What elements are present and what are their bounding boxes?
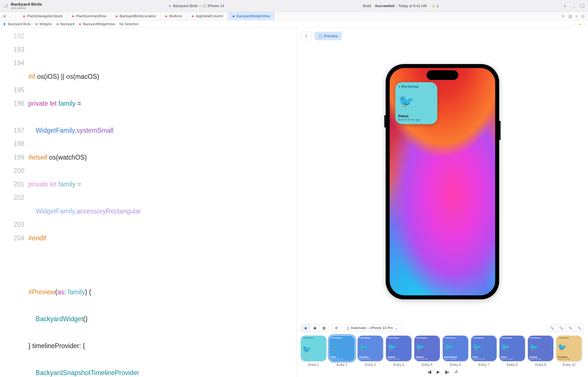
branch-name: wnix-demo [11,7,42,10]
device-selector[interactable]: ▯ Automatic – iPhone 14 Pro ⌄ [344,324,401,332]
canvas-toolbar: ◉ ▣ ▦ ⚙ ▯ Automatic – iPhone 14 Pro ⌄ 🔍 … [297,323,588,333]
jump-1[interactable]: Widgets [39,22,52,26]
target-icon: ◧ [3,22,6,26]
selectable-button[interactable]: ▣ [310,325,319,331]
swift-file-icon: ◆ [72,14,74,18]
timeline-entry[interactable]: ✦Bird Springs●🐦PetrelArrived 4 min agoEn… [329,336,355,367]
jump-next-icon[interactable]: › [583,22,585,26]
tab-bar: ⊞ ‹ › ◆PlantsNavigationStack◆PlantSummar… [0,12,588,20]
tab-BackyardWidgetView[interactable]: ◆BackyardWidgetView [228,12,275,20]
swift-file-icon: ◆ [116,14,118,18]
branch-icon[interactable]: ⎇ [3,4,8,8]
swift-file-icon: ◆ [165,14,167,18]
project-block[interactable]: Backyard Birds wnix-demo [11,2,42,10]
code-content[interactable]: #if os(iOS) || os(macOS) private let fam… [28,29,297,377]
tab-BackyardBirdsLocation[interactable]: ◆BackyardBirdsLocation [111,12,161,20]
zoom-out-button[interactable]: 🔍 [547,325,556,331]
jump-bar[interactable]: ◧ Backyard Birds › ▦ Widgets › ▦ Backyar… [0,20,588,28]
live-button[interactable]: ◉ [301,325,310,331]
widget-subtitle: Arrived 4 min ago [398,118,434,121]
reviews-icon[interactable]: ⊟ [581,14,585,18]
zoom-in-button[interactable]: 🔍 [575,325,584,331]
timeline-entry[interactable]: ✦Bird Springs●🐦CardinalArrived 4 min ago… [386,336,411,367]
top-toolbar: ⎇ Backyard Birds wnix-demo ➤ Backyard Bi… [0,0,588,12]
timeline-entry[interactable]: ✦Bird Springs●🐦SwallowArrived 4 min agoE… [414,336,440,367]
timeline-strip[interactable]: ✦Bird Springs●🐦Entry 1✦Bird Springs●🐦Pet… [297,333,588,367]
tab-PlantsNavigationStack[interactable]: ◆PlantsNavigationStack [18,12,67,20]
zoom-actual-button[interactable]: 🔍 [566,325,575,331]
line-gutter: 192 193194 195196 197198199200201202 203… [0,29,28,377]
step-forward-button[interactable]: ▮▸ [445,370,449,374]
widget-title: Petrel [398,114,434,118]
build-status[interactable]: Build Succeeded | Today at 9:41 AM ▲ 1 [363,4,439,8]
pin-button[interactable]: ⇧ [301,32,312,40]
location-icon: ✦ [398,85,400,88]
device-selector-label: Automatic – iPhone 14 Pro [351,326,393,330]
swift-file-icon: ◆ [79,22,81,26]
timeline-entry[interactable]: ✦Bird Springs●🐦ChickadeeArrived 4 min ag… [358,336,383,367]
jump-0[interactable]: Backyard Birds [8,22,31,26]
scheme-icon: ➤ [169,4,171,8]
widget-header: Bird Springs [402,85,419,88]
device-settings-button[interactable]: ⚙ [332,325,341,331]
warning-count: 1 [437,4,439,8]
scheme-selector[interactable]: ➤ Backyard Birds › ▢ iPhone 14 [166,3,227,9]
project-title: Backyard Birds [11,2,42,7]
folder-icon: ▦ [56,22,59,26]
reset-button[interactable]: ↺ [454,370,458,374]
add-button[interactable]: ＋ [562,3,568,9]
build-time: Today at 9:41 AM [398,4,427,8]
variants-button[interactable]: ▦ [319,325,328,331]
jump-prev-icon[interactable]: ‹ [575,22,576,26]
related-items-icon[interactable]: ⊞ [3,14,6,18]
jump-2[interactable]: Backyard [60,22,75,26]
nav-back-icon[interactable]: ‹ [10,14,11,18]
status-dot-icon: ● [433,85,434,88]
build-status-text: Succeeded [375,4,394,8]
code-editor[interactable]: 192 193194 195196 197198199200201202 203… [0,28,297,377]
timeline-entry[interactable]: ✦Bird Springs●🐦ChickadeeArrived 4 min ag… [556,336,582,367]
preview-label: Preview [324,34,338,38]
widget-small[interactable]: ✦ Bird Springs ● 🐦 Petrel Arrived 4 min … [395,82,437,124]
tab-PlantSummaryRow[interactable]: ◆PlantSummaryRow [67,12,111,20]
jump-warning-icon[interactable]: ▲ [578,22,581,26]
swift-file-icon: ◆ [232,14,235,18]
zoom-fit-button[interactable]: 🔍 [556,325,566,331]
timeline-entry[interactable]: ✦Bird Springs●🐦HummingbirdArrived 4 min … [443,336,468,367]
timeline-entry[interactable]: ✦Bird Springs●🐦CardinalArrived 4 min ago… [528,336,553,367]
iphone-screen: ✦ Bird Springs ● 🐦 Petrel Arrived 4 min … [390,68,495,295]
chevron-down-icon: ⌄ [395,326,398,330]
library-icon[interactable]: ⎯ [573,4,575,8]
step-back-button[interactable]: ◂▮ [427,370,432,374]
assistant-icon[interactable]: ≡ [576,14,578,18]
warning-icon[interactable]: ▲ [432,4,435,8]
minimap-icon[interactable]: ▥ [568,14,572,18]
canvas-area[interactable]: ✦ Bird Springs ● 🐦 Petrel Arrived 4 min … [297,40,588,323]
jump-3[interactable]: BackyardWidgetView [83,22,115,26]
build-label: Build [363,4,371,8]
scheme-arrow: › [200,4,201,8]
dynamic-island [427,70,458,80]
jump-4[interactable]: No Selection [119,22,139,26]
folder-icon: ▦ [35,22,38,26]
preview-pane: ⇧ ▢ Preview ✦ Bird Springs ● 🐦 [297,28,588,377]
main-split: 192 193194 195196 197198199200201202 203… [0,28,588,377]
tab-AppDetailColumn[interactable]: ◆AppDetailColumn [187,12,228,20]
swift-file-icon: ◆ [192,14,194,18]
destination-name: iPhone 14 [208,4,224,8]
preview-selector[interactable]: ▢ Preview [314,32,342,40]
panels-icon[interactable]: ☐ [580,3,585,9]
playback-controls: ◂▮ ▶ ▮▸ ↺ [297,367,588,377]
tab-BirdIcon[interactable]: ◆BirdIcon [161,12,187,20]
scheme-name: Backyard Birds [173,4,198,8]
play-button[interactable]: ▶ [437,370,440,374]
phone-icon: ▯ [347,326,349,330]
timeline-entry[interactable]: ✦Bird Springs●🐦PetrelArrived 4 min agoEn… [499,336,525,367]
timeline-entry[interactable]: ✦Bird Springs●🐦PetrelArrived 4 min agoEn… [471,336,497,367]
bird-icon: 🐦 [398,88,434,114]
refresh-icon[interactable]: ↻ [562,14,565,18]
timeline-entry[interactable]: ✦Bird Springs●🐦Entry 1 [301,336,326,367]
nav-forward-icon[interactable]: › [14,14,16,18]
swift-file-icon: ◆ [23,14,25,18]
preview-icon: ▢ [318,34,322,38]
